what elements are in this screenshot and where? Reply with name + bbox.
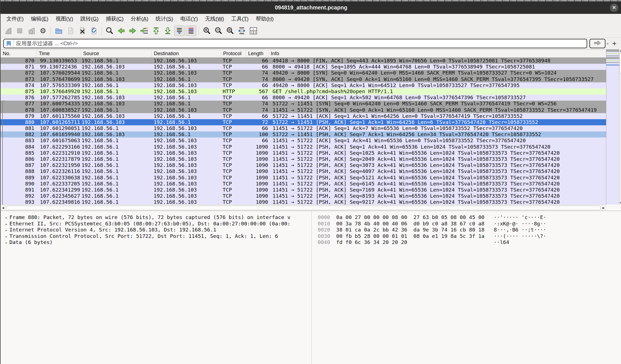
intelligent-scrollbar-minimap[interactable] <box>606 49 619 205</box>
packet-row[interactable]: 874107.576533309192.168.56.1192.168.56.1… <box>1 82 606 88</box>
menu-item-V[interactable]: 视图(V) <box>52 14 77 24</box>
hex-dump-line[interactable]: 0020 38 01 ca 0a 2c bb 42 36 da 9e 3b 74… <box>318 227 621 233</box>
packet-cell-time: 107.600838527 <box>37 107 81 113</box>
menu-item-C[interactable]: 捕获(C) <box>102 14 127 24</box>
zoom-in-icon[interactable] <box>202 26 212 36</box>
autoscroll-icon[interactable] <box>174 26 185 36</box>
hex-dump-line[interactable]: 0030 00 fb b5 28 00 00 01 01 08 0a e1 19… <box>318 233 621 240</box>
packet-row[interactable]: 884107.622293166192.168.56.1192.168.56.1… <box>1 144 606 150</box>
hex-dump-line[interactable]: 0000 0a 00 27 00 00 00 08 00 27 63 b0 05… <box>318 214 621 221</box>
packet-row[interactable]: 883107.601675063192.168.56.1192.168.56.1… <box>1 138 606 144</box>
detail-tree-line[interactable]: ▸Transmission Control Protocol, Src Port… <box>3 233 311 240</box>
filter-text-field[interactable] <box>14 40 587 47</box>
menu-item-S[interactable]: 统计(S) <box>152 14 177 24</box>
menu-item-Y[interactable]: 电话(Y) <box>177 14 201 24</box>
expand-arrow-icon[interactable]: ▸ <box>3 233 9 240</box>
layout-icon[interactable]: 123 <box>248 26 259 36</box>
detail-tree-line[interactable]: ▸Internet Protocol Version 4, Src: 192.1… <box>3 227 311 233</box>
detail-text: Data (6 bytes) <box>9 239 53 245</box>
packet-row[interactable]: 879107.601175560192.168.56.103192.168.56… <box>1 113 606 119</box>
packet-cell-src: 192.168.56.1 <box>81 88 152 95</box>
packet-row[interactable]: 886107.622317879192.168.56.1192.168.56.1… <box>1 156 606 162</box>
scroll-right-icon[interactable]: ▶ <box>601 206 606 209</box>
close-file-icon[interactable] <box>77 26 87 36</box>
menu-item-E[interactable]: 编辑(E) <box>27 14 52 24</box>
zoom-reset-icon[interactable] <box>225 26 235 36</box>
menu-item-A[interactable]: 分析(A) <box>127 14 152 24</box>
menu-item-F[interactable]: 文件(F) <box>3 14 27 24</box>
menu-item-T[interactable]: 工具(T) <box>228 14 252 24</box>
go-last-icon[interactable] <box>162 26 173 36</box>
scroll-up-icon[interactable]: ▲ <box>619 49 621 53</box>
scroll-left-icon[interactable]: ◀ <box>1 206 6 209</box>
packet-cell-info: 51722 → 11451 [PSH, ACK] Seq=7 Ack=1 Win… <box>269 131 606 138</box>
packet-cell-src: 192.168.56.1 <box>81 199 152 205</box>
column-header-source[interactable]: Source <box>81 50 152 57</box>
expand-arrow-icon[interactable]: ▸ <box>3 215 9 221</box>
go-to-packet-icon[interactable] <box>139 26 150 36</box>
hex-dump-line[interactable]: 0040 fd f0 6c 36 34 20 20 20 ··l64 <box>318 239 621 246</box>
vertical-scrollbar-thumb[interactable] <box>620 53 621 74</box>
packet-cell-len: 66 <box>246 125 269 131</box>
column-header-time[interactable]: Time <box>37 50 81 57</box>
expand-arrow-icon[interactable]: ▸ <box>3 227 9 233</box>
packet-cell-len: 1090 <box>246 199 269 205</box>
packet-row[interactable]: 881107.601290051192.168.56.1192.168.56.1… <box>1 125 606 131</box>
packet-row[interactable]: 888107.622326116192.168.56.1192.168.56.1… <box>1 168 606 174</box>
packet-row[interactable]: 875107.576649920192.168.56.1192.168.56.1… <box>1 88 606 95</box>
resize-columns-icon[interactable] <box>236 26 247 36</box>
bookmark-icon[interactable] <box>4 41 13 47</box>
detail-tree-line[interactable]: ▸Ethernet II, Src: PCSSystemtec_63:b0:05… <box>3 221 311 227</box>
column-header-protocol[interactable]: Protocol <box>221 50 246 57</box>
detail-tree-line[interactable]: ▸Frame 880: Packet, 72 bytes on wire (57… <box>3 214 311 221</box>
packet-row[interactable]: 885107.622312910192.168.56.1192.168.56.1… <box>1 150 606 156</box>
open-file-icon[interactable] <box>54 26 64 36</box>
packet-row[interactable]: 880107.601265711192.168.56.103192.168.56… <box>1 119 606 125</box>
hex-dump-line[interactable]: 0010 00 3a 78 4b 40 00 40 06 d0 b9 c0 a8… <box>318 221 621 227</box>
vertical-scrollbar[interactable]: ▲ ▼ <box>619 49 621 205</box>
packet-cell-time: 99.130722436 <box>37 64 81 70</box>
packet-row[interactable]: 876107.577262785192.168.56.103192.168.56… <box>1 95 606 101</box>
column-header-info[interactable]: Info <box>269 50 606 57</box>
hex-bytes: fd f0 6c 36 34 20 20 20 <box>330 239 494 245</box>
close-button[interactable]: ✕ <box>610 4 618 12</box>
expand-arrow-icon[interactable]: ▸ <box>3 221 9 227</box>
packet-row[interactable]: 878107.600838527192.168.56.1192.168.56.1… <box>1 107 606 113</box>
menu-item-W[interactable]: 无线(W) <box>202 14 228 24</box>
detail-tree-line[interactable]: ▸Data (6 bytes) <box>3 239 311 246</box>
display-filter-input[interactable] <box>3 39 587 48</box>
add-filter-button[interactable]: + <box>610 38 619 49</box>
find-packet-icon[interactable] <box>104 26 115 36</box>
column-header-destination[interactable]: Destination <box>152 50 221 57</box>
colorize-icon[interactable] <box>186 26 196 36</box>
packet-row[interactable]: 890107.622337205192.168.56.1192.168.56.1… <box>1 181 606 187</box>
go-forward-icon[interactable] <box>128 26 138 36</box>
column-header-no[interactable]: No. <box>1 50 37 57</box>
packet-row[interactable]: 893107.622349816192.168.56.1192.168.56.1… <box>1 199 606 205</box>
horizontal-scrollbar-thumb[interactable] <box>6 206 601 210</box>
packet-row[interactable]: 873107.576470699192.168.56.103192.168.56… <box>1 76 606 82</box>
horizontal-scrollbar[interactable]: ◀ ▶ <box>1 205 606 211</box>
packet-row[interactable]: 882107.601659940192.168.56.103192.168.56… <box>1 131 606 138</box>
packet-row[interactable]: 891107.622341299192.168.56.1192.168.56.1… <box>1 187 606 193</box>
packet-row[interactable]: 889107.622330638192.168.56.1192.168.56.1… <box>1 175 606 181</box>
filter-dropdown-caret[interactable]: ▾ <box>607 42 609 46</box>
packet-row[interactable]: 877107.600754335192.168.56.103192.168.56… <box>1 101 606 107</box>
go-first-icon[interactable] <box>151 26 161 36</box>
packet-row[interactable]: 87099.130339653192.168.56.1192.168.56.10… <box>1 58 606 64</box>
toolbar-separator <box>101 27 102 35</box>
apply-filter-button[interactable] <box>589 39 605 48</box>
reload-file-icon[interactable] <box>88 26 99 36</box>
zoom-out-icon[interactable] <box>213 26 224 36</box>
column-header-length[interactable]: Length <box>246 50 269 57</box>
packet-row[interactable]: 887107.622321950192.168.56.1192.168.56.1… <box>1 162 606 168</box>
go-back-icon[interactable] <box>116 26 126 36</box>
packet-row[interactable]: 892107.622345627192.168.56.1192.168.56.1… <box>1 193 606 199</box>
menu-item-G[interactable]: 跳转(G) <box>77 14 102 24</box>
expand-arrow-icon[interactable]: ▸ <box>3 240 9 246</box>
capture-options-icon[interactable]: ⚙ <box>38 26 48 36</box>
packet-row[interactable]: 87199.130722436192.168.56.103192.168.56.… <box>1 64 606 70</box>
packet-row[interactable]: 872107.576029544192.168.56.1192.168.56.1… <box>1 70 606 76</box>
menu-item-H[interactable]: 帮助(H) <box>252 14 277 24</box>
scroll-down-icon[interactable]: ▼ <box>619 201 621 205</box>
